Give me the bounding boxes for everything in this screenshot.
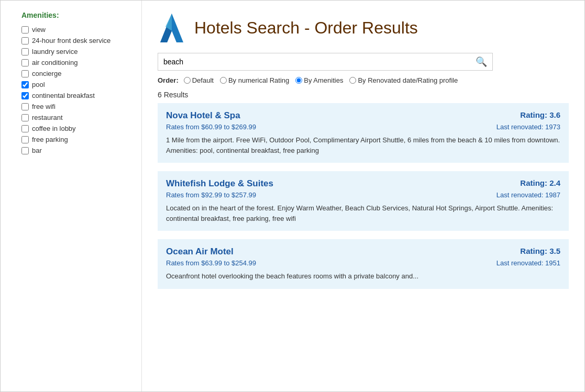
hotel-rating: Rating: 3.5 <box>520 247 560 255</box>
hotel-rating: Rating: 2.4 <box>520 178 560 187</box>
amenity-label: 24-hour front desk service <box>32 37 111 44</box>
order-radio-numerical[interactable] <box>220 77 227 84</box>
hotel-renovated: Last renovated: 1987 <box>496 191 560 199</box>
hotel-rating: Rating: 3.6 <box>520 110 560 119</box>
search-box: 🔍 <box>158 53 493 71</box>
order-radio-default[interactable] <box>184 77 191 84</box>
amenity-checkbox-free-parking[interactable] <box>21 136 29 143</box>
hotel-rates: Rates from $60.99 to $269.99 <box>166 123 256 131</box>
hotel-rates: Rates from $63.99 to $254.99 <box>166 259 256 267</box>
amenity-label: continental breakfast <box>32 92 95 99</box>
amenity-label: restaurant <box>32 114 63 121</box>
result-card: Whitefish Lodge & SuitesRating: 2.4Rates… <box>158 171 569 231</box>
amenity-label: view <box>32 26 46 33</box>
sidebar: Amenities: view24-hour front desk servic… <box>1 1 142 391</box>
content-area: Hotels Search - Order Results 🔍 Order: D… <box>142 1 584 391</box>
amenities-list: view24-hour front desk servicelaundry se… <box>21 26 131 154</box>
order-option-default-label: Default <box>192 76 214 84</box>
amenity-checkbox-laundry-service[interactable] <box>21 48 29 55</box>
amenity-label: free parking <box>32 136 68 143</box>
result-sub-row: Rates from $92.99 to $257.99Last renovat… <box>166 191 560 199</box>
amenity-item: view <box>21 26 131 33</box>
amenity-label: laundry service <box>32 48 78 55</box>
order-radio-amenities[interactable] <box>295 77 302 84</box>
results-count: 6 Results <box>142 88 584 103</box>
results-list: Nova Hotel & SpaRating: 3.6Rates from $6… <box>142 103 584 391</box>
amenity-checkbox-pool[interactable] <box>21 81 29 88</box>
header: Hotels Search - Order Results <box>142 1 584 50</box>
amenity-checkbox-coffee-in-lobby[interactable] <box>21 125 29 132</box>
result-sub-row: Rates from $60.99 to $269.99Last renovat… <box>166 123 560 131</box>
main-area: Amenities: view24-hour front desk servic… <box>1 1 584 391</box>
amenity-label: concierge <box>32 70 61 77</box>
result-card: Nova Hotel & SpaRating: 3.6Rates from $6… <box>158 103 569 163</box>
amenity-checkbox-bar[interactable] <box>21 147 29 154</box>
hotel-description: Located on in the heart of the forest. E… <box>166 203 560 223</box>
search-button[interactable]: 🔍 <box>470 53 492 70</box>
amenity-checkbox-air-conditioning[interactable] <box>21 59 29 66</box>
amenity-item: 24-hour front desk service <box>21 37 131 44</box>
hotel-name[interactable]: Whitefish Lodge & Suites <box>166 178 273 189</box>
result-top-row: Ocean Air MotelRating: 3.5 <box>166 247 560 257</box>
amenity-item: free wifi <box>21 103 131 110</box>
hotel-name[interactable]: Ocean Air Motel <box>166 247 234 257</box>
amenity-item: laundry service <box>21 48 131 55</box>
search-area: 🔍 <box>142 50 584 75</box>
amenity-checkbox-concierge[interactable] <box>21 70 29 77</box>
result-card: Ocean Air MotelRating: 3.5Rates from $63… <box>158 239 569 289</box>
amenity-checkbox-restaurant[interactable] <box>21 114 29 121</box>
order-option-numerical-label: By numerical Rating <box>228 76 289 84</box>
order-option-default[interactable]: Default <box>184 76 214 84</box>
hotel-description: Oceanfront hotel overlooking the beach f… <box>166 271 560 282</box>
order-option-amenities-label: By Amenities <box>304 76 343 84</box>
amenity-item: restaurant <box>21 114 131 121</box>
amenity-checkbox-free-wifi[interactable] <box>21 103 29 110</box>
order-option-amenities[interactable]: By Amenities <box>295 76 343 84</box>
result-sub-row: Rates from $63.99 to $254.99Last renovat… <box>166 259 560 267</box>
app-logo <box>158 11 186 45</box>
order-option-numerical[interactable]: By numerical Rating <box>220 76 289 84</box>
amenity-item: free parking <box>21 136 131 143</box>
order-row: Order: Default By numerical Rating By Am… <box>142 75 584 88</box>
hotel-renovated: Last renovated: 1973 <box>496 123 560 131</box>
amenity-label: bar <box>32 147 42 154</box>
amenity-label: free wifi <box>32 103 56 110</box>
amenities-label: Amenities: <box>21 11 131 19</box>
order-option-renovated-label: By Renovated date/Rating profile <box>358 76 458 84</box>
hotel-description: 1 Mile from the airport. Free WiFi, Outd… <box>166 135 560 155</box>
amenity-item: concierge <box>21 70 131 77</box>
app-window: Amenities: view24-hour front desk servic… <box>0 0 585 392</box>
amenity-item: bar <box>21 147 131 154</box>
amenity-checkbox-view[interactable] <box>21 26 29 33</box>
amenity-item: continental breakfast <box>21 92 131 99</box>
result-top-row: Nova Hotel & SpaRating: 3.6 <box>166 110 560 121</box>
search-input[interactable] <box>158 54 470 70</box>
hotel-name[interactable]: Nova Hotel & Spa <box>166 110 240 121</box>
amenity-item: pool <box>21 81 131 88</box>
amenity-label: air conditioning <box>32 59 78 66</box>
order-radio-renovated[interactable] <box>349 77 356 84</box>
amenity-item: air conditioning <box>21 59 131 66</box>
amenity-label: coffee in lobby <box>32 125 76 132</box>
result-top-row: Whitefish Lodge & SuitesRating: 2.4 <box>166 178 560 189</box>
order-option-renovated[interactable]: By Renovated date/Rating profile <box>349 76 458 84</box>
hotel-renovated: Last renovated: 1951 <box>496 259 560 267</box>
amenity-item: coffee in lobby <box>21 125 131 132</box>
hotel-rates: Rates from $92.99 to $257.99 <box>166 191 256 199</box>
amenity-label: pool <box>32 81 45 88</box>
app-title: Hotels Search - Order Results <box>194 18 418 38</box>
amenity-checkbox-24-hour-front-desk-service[interactable] <box>21 37 29 44</box>
order-label: Order: <box>158 76 179 84</box>
amenity-checkbox-continental-breakfast[interactable] <box>21 92 29 99</box>
